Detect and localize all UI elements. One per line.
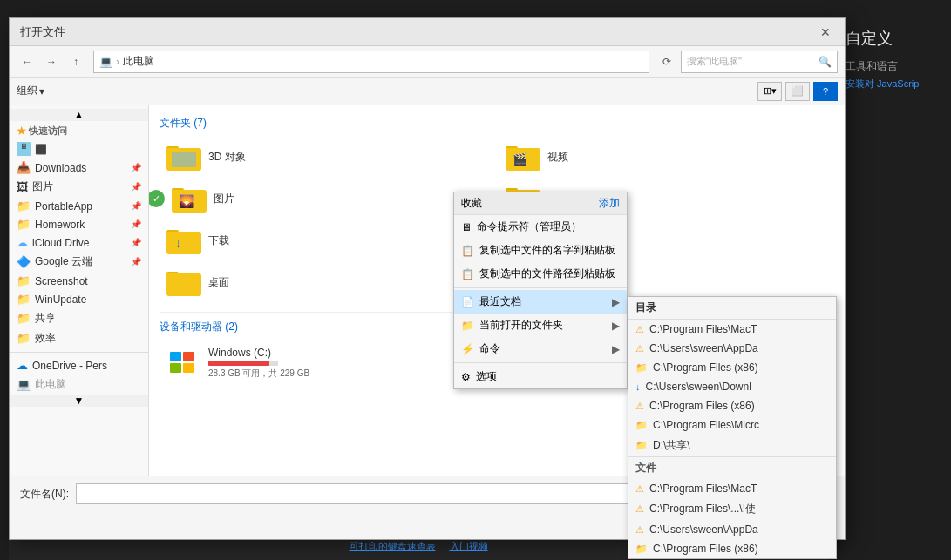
sidebar-item-onedrive[interactable]: ☁ OneDrive - Pers xyxy=(10,356,148,374)
submenu-item-5[interactable]: ⚠ C:\Program Files (x86) xyxy=(628,396,836,415)
dialog-titlebar: 打开文件 ✕ xyxy=(10,18,845,46)
sidebar-item-winupdate[interactable]: 📁 WinUpdate xyxy=(10,290,148,308)
view-list-btn[interactable]: ⊞▾ xyxy=(757,82,782,101)
submenu-item-10[interactable]: ⚠ C:\Users\sween\AppDa xyxy=(628,520,836,539)
current-folder-label: 当前打开的文件夹 xyxy=(479,318,563,333)
sidebar-item-portableapp[interactable]: 📁 PortableApp 📌 xyxy=(10,197,148,215)
dialog-toolbar: ← → ↑ 💻 › 此电脑 ⟳ 搜索"此电脑" 🔍 xyxy=(10,46,845,78)
sidebar-item-pictures[interactable]: 🖼 图片 📌 xyxy=(10,177,148,197)
context-menu-current-folder[interactable]: 📁 当前打开的文件夹 ▶ xyxy=(454,314,627,337)
filename-input[interactable] xyxy=(76,483,688,504)
winupdate-icon: 📁 xyxy=(17,293,31,306)
dialog-search[interactable]: 搜索"此电脑" 🔍 xyxy=(681,51,838,73)
pin-icon5: 📌 xyxy=(131,238,141,247)
forward-btn[interactable]: → xyxy=(41,51,62,72)
vscode-right-panel: 自定义 工具和语言 安装对 JavaScrip xyxy=(837,19,951,560)
folder-downloads[interactable]: ↓ 下载 xyxy=(160,221,495,260)
recent-docs-icon: 📄 xyxy=(461,296,474,308)
folder-downloads-icon: ↓ xyxy=(166,226,201,254)
submenu-item-11[interactable]: 📁 C:\Program Files (x86) xyxy=(628,539,836,558)
drive-c-icon xyxy=(166,349,201,377)
view-buttons: ⊞▾ ⬜ ? xyxy=(757,82,838,101)
folder-desktop-label: 桌面 xyxy=(208,275,229,290)
intro-link[interactable]: 入门视频 xyxy=(450,540,488,553)
folder-pictures[interactable]: ✓ 🌄 图片 xyxy=(160,179,495,218)
sidebar-item-screenshot[interactable]: 📁 Screenshot xyxy=(10,272,148,290)
download-icon-4: ↓ xyxy=(635,381,641,392)
context-menu-command[interactable]: ⚡ 命令 ▶ xyxy=(454,337,627,361)
submenu-label-4: C:\Users\sween\Downl xyxy=(646,381,751,393)
submenu-file-section: 文件 xyxy=(628,456,836,479)
install-link[interactable]: 安装对 JavaScrip xyxy=(846,78,942,91)
submenu-label-9: C:\Program Files\...\!使 xyxy=(649,502,756,516)
organize-btn[interactable]: 组织 ▾ xyxy=(17,84,44,98)
scroll-up-indicator[interactable]: ▲ xyxy=(10,109,148,121)
submenu-item-1[interactable]: ⚠ C:\Program Files\MacT xyxy=(628,320,836,339)
onedrive-icon: ☁ xyxy=(17,359,28,372)
context-menu-cmd-admin[interactable]: 🖥 命令提示符（管理员） xyxy=(454,215,627,239)
context-menu-add-btn[interactable]: 添加 xyxy=(599,196,620,211)
sidebar-item-efficiency[interactable]: 📁 效率 xyxy=(10,328,148,348)
context-menu-copy-path[interactable]: 📋 复制选中的文件路径到粘贴板 xyxy=(454,262,627,286)
svg-rect-0 xyxy=(170,352,181,361)
submenu-item-6[interactable]: 📁 C:\Program Files\Micrc xyxy=(628,415,836,435)
submenu-item-4[interactable]: ↓ C:\Users\sween\Downl xyxy=(628,377,836,396)
submenu-item-7[interactable]: 📁 D:\共享\ xyxy=(628,435,836,456)
submenu-label-5: C:\Program Files (x86) xyxy=(649,400,755,412)
submenu-item-8[interactable]: ⚠ C:\Program Files\MacT xyxy=(628,479,836,498)
options-icon: ⚙ xyxy=(461,371,471,383)
folder-video-icon: 🎬 xyxy=(506,143,540,171)
keyboard-link[interactable]: 可打印的键盘速查表 xyxy=(350,540,436,553)
up-btn[interactable]: ↑ xyxy=(65,51,86,72)
tools-label: 工具和语言 xyxy=(846,59,942,74)
shared-label: 共享 xyxy=(35,311,56,326)
desktop-preview-icon: 🖥 xyxy=(17,142,31,156)
sidebar-item-label: ⬛ xyxy=(35,144,47,155)
dialog-close-btn[interactable]: ✕ xyxy=(817,24,834,41)
sidebar-item-shared[interactable]: 📁 共享 xyxy=(10,308,148,328)
options-label: 选项 xyxy=(476,369,497,384)
sidebar-item-homework[interactable]: 📁 Homework 📌 xyxy=(10,215,148,233)
drive-c-info: Windows (C:) 28.3 GB 可用，共 229 GB xyxy=(208,347,309,380)
sidebar-item-downloads[interactable]: 📥 Downloads 📌 xyxy=(10,159,148,177)
submenu-item-9[interactable]: ⚠ C:\Program Files\...\!使 xyxy=(628,498,836,520)
refresh-btn[interactable]: ⟳ xyxy=(656,51,677,72)
submenu-label-7: D:\共享\ xyxy=(653,438,690,453)
drive-c[interactable]: Windows (C:) 28.3 GB 可用，共 229 GB xyxy=(160,341,493,385)
recent-docs-label: 最近文档 xyxy=(479,294,521,309)
google-icon: 🔷 xyxy=(17,255,31,268)
help-btn[interactable]: ? xyxy=(813,82,838,101)
portableapp-icon: 📁 xyxy=(17,199,31,213)
sidebar: ▲ ★ 快速访问 🖥 ⬛ 📥 Downloads 📌 🖼 图片 📌 📁 Po xyxy=(10,105,149,476)
submenu: 目录 ⚠ C:\Program Files\MacT ⚠ C:\Users\sw… xyxy=(628,296,837,559)
warning-icon-8: ⚠ xyxy=(635,483,644,495)
context-menu: 收藏 添加 🖥 命令提示符（管理员） 📋 复制选中文件的名字到粘贴板 📋 复制选… xyxy=(453,192,628,389)
scroll-down-indicator[interactable]: ▼ xyxy=(10,395,148,407)
pin-icon3: 📌 xyxy=(131,201,141,211)
context-menu-copy-name[interactable]: 📋 复制选中文件的名字到粘贴板 xyxy=(454,239,627,262)
sidebar-item-google[interactable]: 🔷 Google 云端 📌 xyxy=(10,252,148,272)
homework-icon: 📁 xyxy=(17,218,31,231)
pin-icon4: 📌 xyxy=(131,219,141,229)
address-label: 此电脑 xyxy=(123,54,154,69)
submenu-label-3: C:\Program Files (x86) xyxy=(653,361,758,374)
folder-desktop[interactable]: 桌面 xyxy=(160,263,495,301)
sidebar-item-icloud[interactable]: ☁ iCloud Drive 📌 xyxy=(10,233,148,252)
context-menu-recent-docs[interactable]: 📄 最近文档 ▶ xyxy=(454,290,627,314)
folder-video[interactable]: 🎬 视频 xyxy=(499,138,834,176)
address-bar[interactable]: 💻 › 此电脑 xyxy=(93,51,649,73)
view-preview-btn[interactable]: ⬜ xyxy=(785,82,810,101)
back-btn[interactable]: ← xyxy=(17,51,37,72)
folder-3d-label: 3D 对象 xyxy=(208,150,246,165)
submenu-item-3[interactable]: 📁 C:\Program Files (x86) xyxy=(628,358,836,377)
sidebar-item-more[interactable]: 💻 此电脑 xyxy=(10,374,148,395)
pin-icon: 📌 xyxy=(131,163,141,172)
check-mark: ✓ xyxy=(149,190,165,207)
icloud-icon: ☁ xyxy=(17,236,28,249)
search-icon: 🔍 xyxy=(819,56,832,68)
efficiency-icon: 📁 xyxy=(17,332,31,345)
sidebar-item-desktop-icon[interactable]: 🖥 ⬛ xyxy=(10,139,148,159)
submenu-item-2[interactable]: ⚠ C:\Users\sween\AppDa xyxy=(628,339,836,358)
context-menu-options[interactable]: ⚙ 选项 xyxy=(454,365,627,388)
folder-3d[interactable]: 3D 对象 xyxy=(160,138,495,176)
